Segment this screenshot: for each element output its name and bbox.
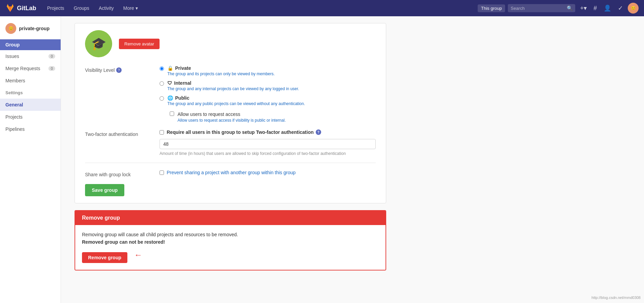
remove-group-warning-line1: Removing group will cause all child proj…	[82, 232, 379, 237]
arrow-indicator: ←	[134, 250, 142, 260]
settings-form-section: 🎓 Remove avatar Visibility Level ?	[75, 23, 386, 203]
radio-private[interactable]	[160, 66, 164, 71]
sidebar-item-general[interactable]: General	[0, 99, 61, 111]
lock-icon: 🔒	[167, 65, 173, 71]
check-icon[interactable]: ✓	[616, 3, 625, 13]
allow-access-label: Allow users to request access	[178, 112, 240, 117]
user-avatar-nav[interactable]: 😊	[628, 3, 639, 14]
sidebar-item-members[interactable]: Members	[0, 75, 61, 87]
twofa-checkbox-row: Require all users in this group to setup…	[160, 129, 376, 135]
radio-public[interactable]	[160, 96, 164, 101]
remove-group-actions: Remove group ←	[82, 247, 379, 263]
radio-item-internal: 🛡 Internal The group and any internal pr…	[160, 80, 376, 91]
allow-access-row: Allow users to request access Allow user…	[160, 112, 376, 123]
allow-access-content: Allow users to request access Allow user…	[178, 112, 286, 123]
main-content: 🎓 Remove avatar Visibility Level ?	[61, 16, 644, 303]
globe-icon: 🌐	[167, 95, 173, 101]
sidebar-item-projects[interactable]: Projects	[0, 111, 61, 123]
nav-more[interactable]: More ▾	[119, 3, 142, 13]
radio-title-public: 🌐 Public	[167, 95, 305, 101]
visibility-level-row: Visibility Level ? 🔒 Private	[85, 65, 376, 123]
allow-access-desc: Allow users to request access if visibil…	[178, 118, 286, 123]
gitlab-logo-icon	[5, 3, 15, 13]
nav-projects[interactable]: Projects	[43, 3, 68, 13]
plus-icon[interactable]: +▾	[578, 3, 589, 13]
radio-title-internal: 🛡 Internal	[167, 80, 299, 86]
remove-group-button[interactable]: Remove group	[82, 252, 127, 263]
sidebar-item-merge-requests[interactable]: Merge Requests 0	[0, 62, 61, 75]
visibility-options: 🔒 Private The group and its projects can…	[160, 65, 376, 123]
remove-avatar-button[interactable]: Remove avatar	[119, 39, 160, 49]
twofa-hours-input[interactable]: 48	[160, 139, 376, 149]
twofa-help-icon[interactable]: ?	[316, 129, 321, 135]
radio-desc-public: The group and any public projects can be…	[167, 101, 305, 106]
radio-content-internal: 🛡 Internal The group and any internal pr…	[167, 80, 299, 91]
nav-groups[interactable]: Groups	[70, 3, 94, 13]
content-inner: 🎓 Remove avatar Visibility Level ?	[61, 16, 400, 291]
remove-group-header: Remove group	[75, 211, 386, 225]
sidebar-section-group: Group	[0, 39, 61, 50]
radio-content-private: 🔒 Private The group and its projects can…	[167, 65, 275, 76]
twofa-checkbox-label: Require all users in this group to setup…	[167, 129, 321, 135]
sidebar-item-issues[interactable]: Issues 0	[0, 50, 61, 62]
sidebar-settings-label: Settings	[0, 87, 61, 99]
search-box[interactable]: 🔍	[508, 4, 575, 12]
sidebar-username: private-group	[19, 26, 49, 31]
share-lock-controls: Prevent sharing a project with another g…	[160, 170, 376, 175]
sidebar-user-row: 😊 private-group	[0, 20, 61, 39]
allow-access-checkbox[interactable]	[170, 112, 174, 116]
sidebar: 😊 private-group Group Issues 0 Merge Req…	[0, 16, 61, 303]
avatar-image: 🎓	[85, 30, 112, 57]
section-divider	[85, 163, 376, 163]
watermark: http://blog.csdn.net/mmd0308	[591, 296, 641, 300]
page-layout: 😊 private-group Group Issues 0 Merge Req…	[0, 16, 644, 303]
save-group-button[interactable]: Save group	[85, 184, 124, 196]
this-group-button[interactable]: This group	[478, 4, 505, 12]
search-icon: 🔍	[567, 5, 573, 11]
remove-group-warning-line2: Removed group can not be restored!	[82, 239, 379, 245]
radio-content-public: 🌐 Public The group and any public projec…	[167, 95, 305, 106]
shield-icon: 🛡	[167, 80, 172, 86]
radio-desc-private: The group and its projects can only be v…	[167, 72, 275, 76]
hash-icon[interactable]: #	[591, 3, 599, 13]
sidebar-avatar: 😊	[5, 23, 16, 34]
top-nav-links: Projects Groups Activity More ▾	[43, 3, 478, 13]
twofa-controls: Require all users in this group to setup…	[160, 129, 376, 156]
twofa-checkbox[interactable]	[160, 130, 164, 135]
sidebar-item-pipelines[interactable]: Pipelines	[0, 123, 61, 135]
share-lock-row: Share with group lock Prevent sharing a …	[85, 170, 376, 177]
svg-text:🎓: 🎓	[91, 36, 106, 51]
remove-group-section: Remove group Removing group will cause a…	[75, 210, 386, 270]
brand-logo[interactable]: GitLab	[5, 3, 36, 13]
nav-activity[interactable]: Activity	[95, 3, 118, 13]
visibility-help-icon[interactable]: ?	[116, 67, 122, 73]
visibility-level-label: Visibility Level ?	[85, 65, 153, 73]
radio-desc-internal: The group and any internal projects can …	[167, 86, 299, 91]
share-lock-label: Share with group lock	[85, 170, 153, 177]
remove-group-body: Removing group will cause all child proj…	[75, 225, 386, 270]
share-lock-checkbox[interactable]	[160, 170, 164, 175]
group-avatar: 🎓	[85, 30, 112, 57]
radio-item-public: 🌐 Public The group and any public projec…	[160, 95, 376, 106]
twofa-label: Two-factor authentication	[85, 129, 153, 137]
radio-item-private: 🔒 Private The group and its projects can…	[160, 65, 376, 76]
radio-internal[interactable]	[160, 81, 164, 86]
person-icon[interactable]: 👤	[602, 3, 613, 13]
twofa-row: Two-factor authentication Require all us…	[85, 129, 376, 156]
top-navigation: GitLab Projects Groups Activity More ▾ T…	[0, 0, 644, 16]
radio-group-visibility: 🔒 Private The group and its projects can…	[160, 65, 376, 106]
top-nav-right: This group 🔍 +▾ # 👤 ✓ 😊	[478, 3, 639, 14]
share-lock-checkbox-label: Prevent sharing a project with another g…	[167, 170, 296, 175]
twofa-hint: Amount of time (in hours) that users are…	[160, 151, 376, 156]
avatar-area: 🎓 Remove avatar	[85, 30, 376, 57]
radio-title-private: 🔒 Private	[167, 65, 275, 71]
search-input[interactable]	[511, 6, 565, 11]
brand-name: GitLab	[17, 5, 36, 12]
